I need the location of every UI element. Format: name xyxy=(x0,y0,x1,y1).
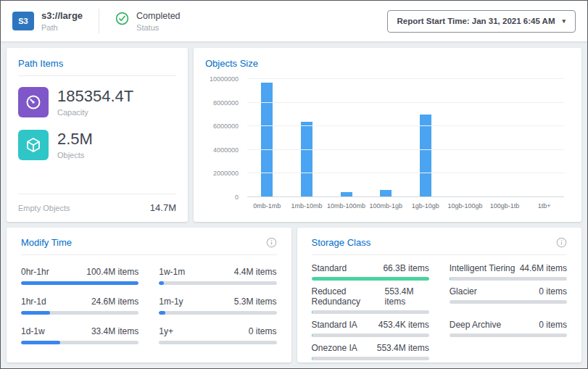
info-icon[interactable] xyxy=(556,237,567,248)
path-value: s3://large xyxy=(41,10,83,21)
meter-track xyxy=(21,311,138,315)
plot-area xyxy=(247,79,564,197)
meter-value: 4.4M items xyxy=(234,267,277,277)
meter-standard-ia: Standard IA453.4K items xyxy=(312,320,429,337)
title-divider xyxy=(312,254,568,255)
path-items-title: Path Items xyxy=(18,58,176,69)
meter-deep-archive: Deep Archive0 items xyxy=(450,320,567,337)
title-divider xyxy=(21,254,277,255)
meter-text-row: 1m-1y5.3M items xyxy=(159,297,276,307)
y-axis: 0200000040000006000000800000010000000 xyxy=(205,79,247,197)
main-content: Path Items 185354.4T Capacity xyxy=(1,42,587,368)
meter-text-row: Intelligent Tiering44.6M items xyxy=(450,263,567,273)
objects-stack: 2.5M Objects xyxy=(57,130,93,159)
meter-fill xyxy=(21,341,60,344)
meter-value: 553.4M items xyxy=(385,286,429,307)
storage-class-meters: Standard66.3B itemsReduced Redundancy553… xyxy=(312,263,568,366)
y-axis-tick: 0 xyxy=(235,194,239,201)
meter-label: Standard IA xyxy=(312,320,357,330)
meter-label: 1hr-1d xyxy=(21,297,46,307)
meter-value: 553.4M items xyxy=(377,343,429,353)
meter-track xyxy=(312,357,429,360)
meter-track xyxy=(21,341,138,344)
modify-time-meters: 0hr-1hr100.4M items1hr-1d24.6M items1d-1… xyxy=(21,267,277,356)
report-start-time-selector[interactable]: Report Start Time: Jan 31, 2021 6:45 AM … xyxy=(387,10,576,33)
meter-value: 100.4M items xyxy=(86,267,138,277)
storage-class-header: Storage Class xyxy=(312,237,568,254)
x-axis-label: 100gb-1tb xyxy=(485,202,525,215)
capacity-stat: 185354.4T Capacity xyxy=(7,76,188,119)
meter-text-row: 0hr-1hr100.4M items xyxy=(21,267,138,277)
meter-value: 24.6M items xyxy=(91,297,138,307)
meter-track xyxy=(312,277,429,281)
meter-standard: Standard66.3B items xyxy=(312,263,429,281)
meter-track xyxy=(450,300,567,304)
objects-size-card: Objects Size 020000004000000600000080000… xyxy=(194,48,581,222)
path-items-header: Path Items xyxy=(7,48,188,75)
meter-fill xyxy=(159,281,164,285)
storage-report-dashboard: S3 s3://large Path Completed Status Repo… xyxy=(0,0,588,369)
meter-text-row: Reduced Redundancy553.4M items xyxy=(312,286,429,307)
capacity-value: 185354.4T xyxy=(57,88,133,105)
meter-track xyxy=(450,333,567,337)
report-start-time-text: Report Start Time: Jan 31, 2021 6:45 AM xyxy=(397,17,555,25)
meter-text-row: Glacier0 items xyxy=(450,286,567,297)
meter-glacier: Glacier0 items xyxy=(450,286,567,314)
y-axis-tick: 6000000 xyxy=(213,123,239,130)
meter-text-row: 1d-1w33.4M items xyxy=(21,326,138,336)
meter-label: Onezone IA xyxy=(312,343,357,353)
meter-label: Reduced Redundancy xyxy=(312,286,385,307)
objects-size-title: Objects Size xyxy=(205,58,570,69)
meter-1w-1m: 1w-1m4.4M items xyxy=(159,267,276,285)
gridline xyxy=(247,78,564,79)
y-axis-tick: 2000000 xyxy=(213,170,239,177)
x-axis-label: 1mb-10mb xyxy=(287,202,327,215)
objects-label: Objects xyxy=(57,151,93,159)
gridline xyxy=(247,149,564,150)
meter-1d-1w: 1d-1w33.4M items xyxy=(21,326,138,344)
y-axis-tick: 10000000 xyxy=(210,75,239,83)
cube-icon xyxy=(18,130,49,160)
bar-column-10mb-100mb xyxy=(326,79,366,197)
meter-label: Standard xyxy=(312,263,347,273)
x-axis-label: 10gb-100gb xyxy=(445,202,485,215)
gridline xyxy=(247,102,564,103)
x-axis-label: 1gb-10gb xyxy=(406,202,446,215)
storage-class-title: Storage Class xyxy=(312,237,371,248)
bar-column-1gb-10gb xyxy=(406,79,446,197)
meter-text-row: Deep Archive0 items xyxy=(450,320,567,330)
y-axis-tick: 4000000 xyxy=(213,146,239,154)
meter-fill xyxy=(312,277,429,281)
meter-label: 1m-1y xyxy=(159,297,183,307)
meter-value: 0 items xyxy=(539,320,567,330)
status-summary: Completed Status xyxy=(115,11,180,32)
x-axis: 0mb-1mb1mb-10mb10mb-100mb100mb-1gb1gb-10… xyxy=(247,197,564,215)
x-axis-label: 0mb-1mb xyxy=(247,202,287,215)
bar-0mb-1mb[interactable] xyxy=(261,83,273,197)
meter-track xyxy=(21,281,138,285)
meter-value: 66.3B items xyxy=(383,263,428,273)
path-stack: s3://large Path xyxy=(41,10,83,32)
bar-column-1mb-10mb xyxy=(287,79,327,197)
meter-reduced-redundancy: Reduced Redundancy553.4M items xyxy=(312,286,429,314)
meter-text-row: Onezone IA553.4M items xyxy=(312,343,429,353)
status-label: Status xyxy=(136,23,180,32)
meter-value: 33.4M items xyxy=(91,326,138,336)
meter-text-row: 1hr-1d24.6M items xyxy=(21,297,138,307)
meter-track xyxy=(450,277,567,281)
path-summary: S3 s3://large Path xyxy=(12,10,83,32)
meter-fill xyxy=(312,357,312,360)
header: S3 s3://large Path Completed Status Repo… xyxy=(1,1,587,42)
meter-onezone-ia: Onezone IA553.4M items xyxy=(312,343,429,360)
bar-1gb-10gb[interactable] xyxy=(420,115,431,197)
objects-value: 2.5M xyxy=(57,130,93,148)
bar-1mb-10mb[interactable] xyxy=(301,122,312,197)
bar-column-1tb+ xyxy=(524,79,564,197)
status-stack: Completed Status xyxy=(136,11,180,32)
bar-column-10gb-100gb xyxy=(445,79,485,197)
meter-intelligent-tiering: Intelligent Tiering44.6M items xyxy=(450,263,567,281)
info-icon[interactable] xyxy=(266,237,277,248)
meter-0hr-1hr: 0hr-1hr100.4M items xyxy=(21,267,138,285)
empty-objects-row: Empty Objects 14.7M xyxy=(18,194,176,213)
top-row: Path Items 185354.4T Capacity xyxy=(7,48,581,222)
